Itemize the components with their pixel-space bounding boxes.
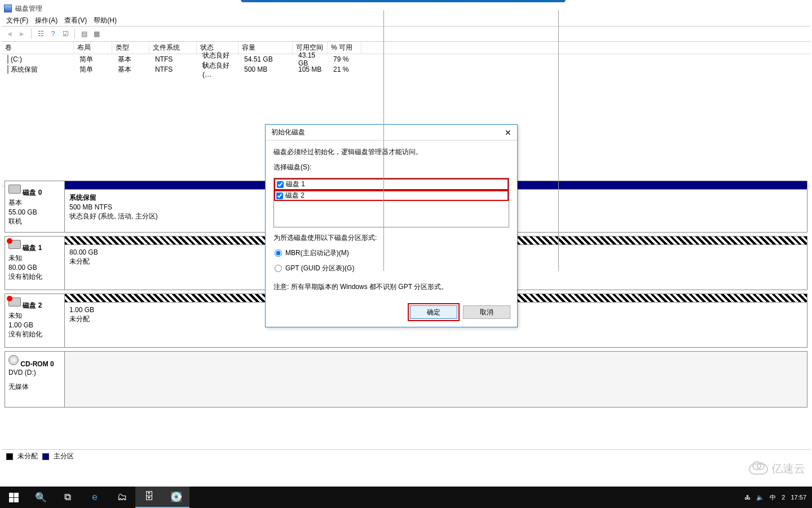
cancel-button[interactable]: 取消 xyxy=(463,305,510,319)
network-icon[interactable]: 🖧 xyxy=(744,494,751,501)
col-layout[interactable]: 布局 xyxy=(74,42,112,54)
task-view-icon[interactable]: ⧉ xyxy=(54,487,81,508)
disk-kind: 未知 xyxy=(8,311,61,321)
legend-swatch-unalloc xyxy=(6,453,13,460)
bottom-pane-icon[interactable]: ▦ xyxy=(91,28,102,40)
properties-icon[interactable]: ☑ xyxy=(60,28,71,40)
dialog-title: 初始化磁盘 xyxy=(271,128,305,137)
disk-title: 磁盘 2 xyxy=(23,301,42,309)
vol-pct: 79 % xyxy=(330,55,364,63)
top-pane-icon[interactable]: ▤ xyxy=(78,28,90,40)
col-type[interactable]: 类型 xyxy=(112,42,149,54)
disk2-checkbox[interactable] xyxy=(276,192,283,199)
vol-cap: 54.51 GB xyxy=(241,55,295,63)
help-icon[interactable]: ? xyxy=(47,28,59,40)
disk1-label: 磁盘 1 xyxy=(286,179,305,189)
disk-state: 没有初始化 xyxy=(8,330,61,339)
search-icon[interactable]: 🔍 xyxy=(27,487,54,508)
disk-state: 无媒体 xyxy=(8,382,61,392)
partition-style-label: 为所选磁盘使用以下磁盘分区形式: xyxy=(273,233,509,243)
watermark-text: 亿速云 xyxy=(771,461,805,476)
vol-layout: 简单 xyxy=(76,55,114,64)
disk-title: CD-ROM 0 xyxy=(20,360,54,368)
menubar: 文件(F) 操作(A) 查看(V) 帮助(H) xyxy=(2,15,810,26)
mbr-label: MBR(主启动记录)(M) xyxy=(285,248,349,258)
vol-type: 基本 xyxy=(114,55,152,64)
system-tray: 🖧 🔈 中 2 17:57 xyxy=(739,493,812,502)
vol-fs: NTFS xyxy=(152,55,199,63)
overlay-divider xyxy=(558,10,559,271)
disk-state: 联机 xyxy=(8,217,61,226)
dialog-titlebar: 初始化磁盘 ✕ xyxy=(266,125,517,141)
gpt-radio[interactable] xyxy=(275,265,282,272)
toolbar-sep2 xyxy=(74,29,75,39)
disk-title: 磁盘 0 xyxy=(23,189,42,196)
col-filesystem[interactable]: 文件系统 xyxy=(149,42,197,54)
volume-row[interactable]: 系统保留 简单 基本 NTFS 状态良好 (… 500 MB 105 MB 21… xyxy=(2,64,810,75)
disk2-label: 磁盘 2 xyxy=(285,191,304,200)
mmc-titlebar: 磁盘管理 xyxy=(2,2,810,15)
col-volume[interactable]: 卷 xyxy=(2,42,74,54)
disk-checklist[interactable]: 磁盘 1 磁盘 2 xyxy=(273,178,509,227)
menu-view[interactable]: 查看(V) xyxy=(64,16,87,25)
taskbar: 🔍 ⧉ e 🗂 🗄 💽 🖧 🔈 中 2 17:57 xyxy=(0,487,812,508)
explorer-icon[interactable]: 🗂 xyxy=(108,487,135,508)
dialog-note: 注意: 所有早期版本的 Windows 都不识别 GPT 分区形式。 xyxy=(273,282,509,292)
vol-pct: 21 % xyxy=(330,65,364,73)
disk-check-item[interactable]: 磁盘 1 xyxy=(274,178,509,190)
ie-icon[interactable]: e xyxy=(81,487,108,508)
menu-file[interactable]: 文件(F) xyxy=(6,16,28,25)
legend-primary: 主分区 xyxy=(54,452,74,461)
mbr-radio-row[interactable]: MBR(主启动记录)(M) xyxy=(275,248,509,258)
view-list-icon[interactable]: ☷ xyxy=(35,28,46,40)
menu-action[interactable]: 操作(A) xyxy=(35,16,58,25)
disk-uninit-icon xyxy=(8,240,21,249)
mbr-radio[interactable] xyxy=(275,249,282,257)
vol-status: 状态良好 (… xyxy=(199,61,241,78)
volume-row[interactable]: (C:) 简单 基本 NTFS 状态良好 (… 54.51 GB 43.15 G… xyxy=(2,54,810,64)
cdrom-0[interactable]: CD-ROM 0 DVD (D:) 无媒体 xyxy=(5,351,807,408)
disk-kind: DVD (D:) xyxy=(8,369,61,376)
vol-layout: 简单 xyxy=(76,65,114,75)
disk-kind: 基本 xyxy=(8,198,61,208)
vol-fs: NTFS xyxy=(152,65,199,73)
disk1-checkbox[interactable] xyxy=(277,181,284,188)
disk-mgmt-taskbar-icon[interactable]: 💽 xyxy=(162,487,189,508)
toolbar: ◄ ► ☷ ? ☑ ▤ ▦ xyxy=(2,26,810,42)
ok-button[interactable]: 确定 xyxy=(410,305,457,319)
ime-indicator[interactable]: 中 xyxy=(770,493,776,502)
volume-icon xyxy=(7,65,8,74)
volume-icon[interactable]: 🔈 xyxy=(756,494,764,501)
gpt-radio-row[interactable]: GPT (GUID 分区表)(G) xyxy=(275,264,509,273)
legend-unalloc: 未分配 xyxy=(17,452,38,461)
disk-check-item[interactable]: 磁盘 2 xyxy=(274,190,509,201)
clock[interactable]: 17:57 xyxy=(791,494,806,501)
disk-title: 磁盘 1 xyxy=(23,244,42,252)
close-icon[interactable]: ✕ xyxy=(505,128,511,137)
initialize-disk-dialog: 初始化磁盘 ✕ 磁盘必须经过初始化，逻辑磁盘管理器才能访问。 选择磁盘(S): … xyxy=(265,124,518,327)
overlay-divider xyxy=(383,10,384,271)
vol-cap: 500 MB xyxy=(241,65,295,73)
forward-icon[interactable]: ► xyxy=(16,28,28,40)
start-button[interactable] xyxy=(0,487,27,508)
select-disks-label: 选择磁盘(S): xyxy=(273,163,509,172)
col-percent[interactable]: % 可用 xyxy=(328,42,361,54)
menu-help[interactable]: 帮助(H) xyxy=(94,16,117,25)
watermark: 亿速云 xyxy=(749,461,805,476)
dialog-message: 磁盘必须经过初始化，逻辑磁盘管理器才能访问。 xyxy=(273,147,509,157)
disk-state: 没有初始化 xyxy=(8,272,61,282)
cloud-icon xyxy=(749,463,768,475)
col-capacity[interactable]: 容量 xyxy=(239,42,293,54)
mmc-title-text: 磁盘管理 xyxy=(15,4,42,14)
legend-swatch-primary xyxy=(42,453,49,460)
disk-mgmt-icon xyxy=(4,5,12,12)
server-manager-icon[interactable]: 🗄 xyxy=(135,487,162,508)
vol-free: 43.15 GB xyxy=(295,51,330,67)
vol-free: 105 MB xyxy=(295,65,330,73)
windows-logo-icon xyxy=(9,493,19,502)
disk-size: 1.00 GB xyxy=(8,321,61,329)
disk-uninit-icon xyxy=(8,297,21,306)
disk-size: 55.00 GB xyxy=(8,208,61,216)
back-icon[interactable]: ◄ xyxy=(4,28,15,40)
disk-kind: 未知 xyxy=(8,253,61,263)
